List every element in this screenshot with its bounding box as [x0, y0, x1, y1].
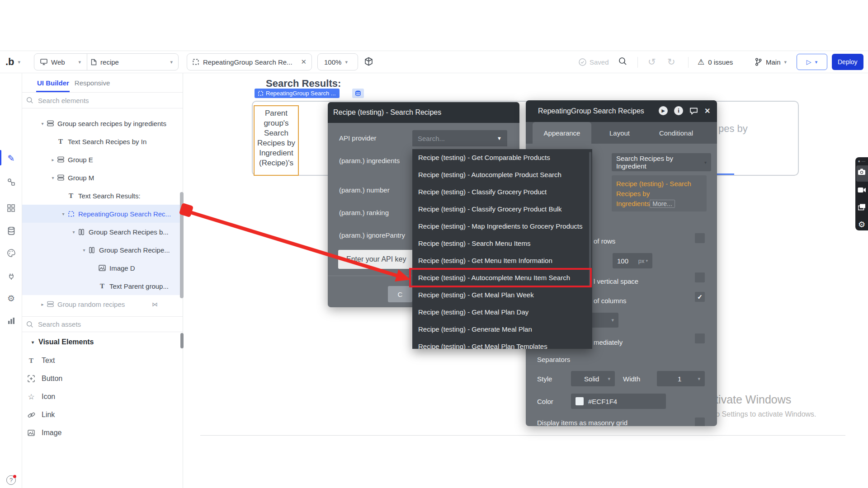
close-icon[interactable]: ✕ [704, 107, 710, 115]
checkbox-checked[interactable]: ✓ [695, 292, 705, 302]
tab-appearance[interactable]: Appearance [533, 122, 591, 144]
chevron-down-icon[interactable]: ▾ [39, 121, 46, 126]
chevron-down-icon[interactable]: ▾ [170, 59, 173, 65]
chevron-down-icon[interactable]: ▾ [79, 59, 81, 65]
search-elements-input[interactable]: Search elements [22, 93, 183, 108]
dropdown-option[interactable]: Recipe (testing) - Generate Meal Plan [412, 321, 592, 338]
redo-button[interactable]: ↻ [667, 51, 675, 73]
dropdown-option[interactable]: Recipe (testing) - Get Meal Plan Week [412, 286, 592, 304]
dropdown-option[interactable]: Recipe (testing) - Get Meal Plan Day [412, 304, 592, 321]
copy-windows-icon[interactable] [855, 204, 868, 211]
type-of-content-input[interactable]: Search Recipes by Ingredient ▾ [612, 153, 711, 171]
branch-selector[interactable]: Main ▾ [755, 51, 787, 73]
separator-color-input[interactable]: #ECF1F4 [571, 394, 666, 409]
chevron-right-icon[interactable]: ▸ [39, 302, 46, 307]
tree-item[interactable]: ▸Group E [22, 150, 183, 169]
checkbox-unchecked[interactable] [695, 233, 705, 243]
data-source-expression[interactable]: Recipe (testing) - Search Recipes by Ing… [612, 175, 707, 211]
data-source-badge[interactable] [352, 89, 364, 98]
plug-icon[interactable] [0, 268, 22, 284]
dropdown-option[interactable]: Recipe (testing) - Search Menu Items [412, 235, 592, 252]
dropdown-option[interactable]: Recipe (testing) - Get Menu Item Informa… [412, 252, 592, 269]
asset-item-image[interactable]: Image [22, 424, 183, 442]
assets-section-header[interactable]: ▾ Visual Elements [22, 333, 183, 351]
grid-icon[interactable] [0, 200, 22, 216]
tree-item[interactable]: ▾Group search recipes by ingredients [22, 114, 183, 132]
close-icon[interactable]: ✕ [301, 58, 307, 66]
chevron-right-icon[interactable]: ▸ [50, 157, 56, 162]
popup1-close-button[interactable]: C [388, 286, 412, 302]
component-library-button[interactable] [364, 51, 373, 73]
preview-button[interactable]: ▷ ▾ [797, 54, 827, 70]
tree-item[interactable]: TText Search Results: [22, 187, 183, 205]
checkbox-unchecked[interactable] [695, 272, 705, 282]
row-height-input[interactable]: 100 px ▾ [613, 253, 652, 268]
chevron-down-icon[interactable]: ▾ [50, 175, 56, 180]
checkbox-unchecked[interactable] [695, 333, 705, 343]
repeating-group-badge[interactable]: RepeatingGroup Search ... [255, 89, 340, 98]
tree-item[interactable]: ▸Group random recipes⋈ [22, 295, 183, 313]
tree-item[interactable]: ▾Group M [22, 169, 183, 187]
dropdown-option[interactable]: Recipe (testing) - Get Meal Plan Templat… [412, 338, 592, 349]
help-icon[interactable]: ? [0, 472, 22, 488]
chevron-down-icon[interactable]: ▾ [60, 211, 66, 216]
bubble-logo-menu[interactable]: .b ▾ [5, 51, 20, 73]
more-dots-icon[interactable]: ● ⋯ [855, 159, 868, 164]
camera-icon[interactable] [855, 169, 868, 175]
undo-button[interactable]: ↺ [648, 51, 656, 73]
asset-item-label: Image [42, 429, 61, 437]
play-circle-icon[interactable]: ▶ [659, 106, 668, 115]
tree-item[interactable]: ▾Group Search Recipe... [22, 241, 183, 259]
tree-item[interactable]: ▾Group Search Recipes b... [22, 223, 183, 241]
dropdown-option[interactable]: Recipe (testing) - Map Ingredients to Gr… [412, 218, 592, 235]
search-assets-input[interactable]: Search assets [22, 316, 183, 332]
device-selector[interactable]: Web [51, 58, 65, 66]
dropdown-option[interactable]: Recipe (testing) - Autocomplete Product … [412, 166, 592, 183]
popup1-header[interactable]: Recipe (testing) - Search Recipes [328, 102, 519, 123]
dropdown-scrollbar[interactable] [589, 152, 591, 287]
tree-item[interactable]: ▾RepeatingGroup Search Rec... [22, 205, 183, 223]
database-icon[interactable] [0, 223, 22, 239]
tree-item[interactable]: TText Search Recipes by In [22, 132, 183, 150]
dropdown-option[interactable]: Recipe (testing) - Classify Grocery Prod… [412, 201, 592, 218]
issues-indicator[interactable]: ⚠ 0 issues [698, 51, 733, 73]
zoom-selector[interactable]: 100% ▾ [317, 53, 358, 70]
palette-icon[interactable] [0, 245, 22, 261]
tab-layout[interactable]: Layout [609, 122, 630, 144]
canvas-heading[interactable]: Search Results: [266, 78, 341, 89]
info-circle-icon[interactable]: i [674, 106, 683, 115]
page-selector[interactable]: recipe [100, 58, 119, 66]
tree-item[interactable]: TText Parent group... [22, 277, 183, 295]
search-button[interactable] [618, 51, 627, 73]
gear-icon[interactable]: ⚙ [0, 290, 22, 306]
tree-item[interactable]: Image D [22, 259, 183, 277]
tab-ui-builder[interactable]: UI Builder [37, 79, 69, 87]
comment-icon[interactable] [689, 107, 698, 115]
asset-item-icon[interactable]: ☆Icon [22, 388, 183, 406]
masonry-checkbox[interactable] [695, 418, 705, 426]
separator-width-select[interactable]: 1 ▾ [657, 371, 705, 386]
separator-style-select[interactable]: Solid ▾ [571, 371, 615, 386]
asset-item-link[interactable]: Link [22, 406, 183, 424]
gear-icon[interactable]: ⚙ [855, 220, 868, 230]
element-tab[interactable]: RepeatingGroup Search Re... ✕ [187, 53, 312, 70]
tab-responsive[interactable]: Responsive [75, 79, 110, 87]
api-provider-select[interactable]: Search... ▼ [412, 130, 507, 146]
chevron-down-icon[interactable]: ▾ [71, 230, 77, 235]
color-swatch[interactable] [576, 397, 584, 405]
more-chip[interactable]: More... [650, 200, 675, 208]
undo-icon: ↺ [648, 56, 656, 67]
chevron-down-icon[interactable]: ▾ [81, 248, 87, 253]
video-camera-icon[interactable] [855, 187, 868, 193]
workflow-icon[interactable] [0, 174, 22, 190]
deploy-button[interactable]: Deploy [832, 54, 863, 70]
tab-conditional[interactable]: Conditional [659, 122, 693, 144]
pencil-icon[interactable]: ✎ [0, 150, 22, 166]
chart-icon[interactable] [0, 313, 22, 329]
dropdown-option[interactable]: Recipe (testing) - Get Comparable Produc… [412, 149, 592, 166]
asset-item-text[interactable]: TText [22, 352, 183, 370]
tree-scrollbar[interactable] [180, 192, 184, 298]
asset-item-button[interactable]: Button [22, 370, 183, 388]
dropdown-option[interactable]: Recipe (testing) - Classify Grocery Prod… [412, 183, 592, 201]
canvas-selected-cell[interactable]: Parent group's Search Recipes by Ingredi… [254, 105, 299, 176]
